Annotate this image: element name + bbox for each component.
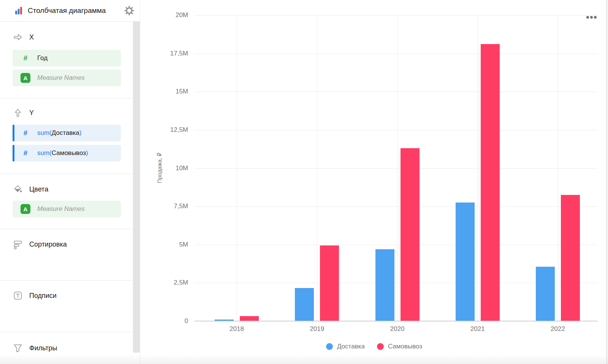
gridline-horizontal (195, 54, 598, 54)
section-labels-label: Подписи (29, 292, 57, 300)
bar-Самовывоз-2021[interactable] (481, 44, 500, 321)
text-label-icon (13, 291, 23, 301)
bar-Доставка-2022[interactable] (536, 267, 555, 321)
y-tick-label: 17,5M (140, 50, 188, 57)
section-x: X # Год A Measure Names (0, 22, 140, 98)
bar-Самовывоз-2019[interactable] (320, 245, 339, 321)
y-tick-label: 0 (140, 318, 188, 324)
legend-dot (377, 343, 384, 350)
field-chip-measure-names-colors[interactable]: A Measure Names (13, 201, 121, 217)
y-axis-title: Продажа, ₽ (156, 153, 163, 184)
chart-more-options-button[interactable] (586, 15, 597, 19)
app-window: Столбчатая диаграмма (0, 0, 608, 364)
x-axis-line (195, 321, 598, 321)
bar-Доставка-2019[interactable] (295, 288, 314, 321)
divider (0, 98, 140, 98)
legend-item-Самовывоз[interactable]: Самовывоз (377, 343, 422, 350)
divider (0, 332, 140, 332)
divider (0, 174, 140, 174)
dot-icon (586, 16, 589, 19)
bar-Самовывоз-2018[interactable] (240, 316, 259, 321)
y-tick-label: 2,5M (140, 279, 188, 286)
bar-chart-plot: 02,5M5M7,5M10M12,5M15M17,5M20M2018201920… (140, 0, 608, 364)
section-x-header: X (0, 32, 140, 42)
y-tick-label: 10M (140, 165, 188, 172)
x-tick-label: 2020 (371, 325, 424, 333)
sidebar-scrollbar[interactable] (133, 22, 140, 353)
field-chip-label: Measure Names (37, 205, 85, 213)
bar-chart-logo-icon (13, 6, 22, 16)
section-labels-header: Подписи (0, 291, 140, 301)
section-colors: Цвета A Measure Names (0, 174, 140, 229)
section-y-label: Y (29, 109, 34, 117)
y-tick-label: 7,5M (140, 203, 188, 210)
section-filters-header: Фильтры (0, 343, 140, 353)
divider (0, 280, 140, 281)
section-sorting-header: Сортировка (0, 239, 140, 249)
legend-label: Доставка (337, 343, 365, 350)
legend-dot (326, 343, 333, 350)
text-field-icon: A (21, 204, 30, 214)
number-field-icon: # (21, 54, 30, 62)
gridline-horizontal (195, 15, 598, 16)
sidebar-header: Столбчатая диаграмма (0, 0, 140, 22)
y-tick-label: 5M (140, 241, 188, 248)
bar-Самовывоз-2022[interactable] (561, 195, 580, 321)
y-tick-label: 15M (140, 88, 188, 95)
chart-config-sidebar: Столбчатая диаграмма (0, 0, 140, 364)
field-chip-sum-dostavka[interactable]: # sum(Доставка) (13, 125, 121, 141)
section-labels: Подписи (0, 280, 140, 332)
section-sorting: Сортировка (0, 229, 140, 280)
number-field-icon: # (21, 149, 30, 157)
settings-button[interactable] (124, 5, 135, 16)
gridline-horizontal (195, 168, 598, 169)
gridline-horizontal (195, 130, 598, 130)
field-chip-label: sum(Доставка) (37, 129, 81, 137)
arrow-right-icon (13, 32, 23, 42)
number-field-icon: # (21, 129, 30, 137)
gridline-horizontal (195, 92, 598, 92)
section-y-header: Y (0, 108, 140, 118)
bar-Доставка-2021[interactable] (456, 203, 475, 321)
gridline-horizontal (195, 245, 598, 245)
section-colors-header: Цвета (0, 184, 140, 194)
y-tick-label: 20M (140, 12, 188, 19)
section-y: Y # sum(Доставка) # sum(Самовывоз) (0, 98, 140, 174)
sort-icon (13, 239, 23, 249)
section-sorting-label: Сортировка (29, 241, 67, 248)
funnel-icon (13, 343, 23, 353)
field-chip-sum-samovyvoz[interactable]: # sum(Самовывоз) (13, 145, 121, 161)
bar-Самовывоз-2020[interactable] (401, 148, 420, 321)
arrow-up-icon (13, 108, 23, 118)
field-chip-god[interactable]: # Год (13, 50, 121, 66)
gear-icon (124, 6, 134, 16)
chart-legend: ДоставкаСамовывоз (140, 343, 608, 350)
section-filters-label: Фильтры (29, 344, 57, 352)
dot-icon (590, 16, 593, 19)
y-tick-label: 12,5M (140, 127, 188, 133)
legend-item-Доставка[interactable]: Доставка (326, 343, 365, 350)
section-filters: Фильтры (0, 332, 140, 364)
chart-type-title: Столбчатая диаграмма (28, 6, 124, 15)
dot-icon (594, 16, 597, 19)
x-tick-label: 2019 (290, 325, 344, 333)
field-chip-label: Measure Names (37, 74, 85, 82)
field-chip-label: Год (37, 54, 48, 62)
x-tick-label: 2022 (531, 325, 584, 333)
section-colors-label: Цвета (29, 185, 48, 193)
x-tick-label: 2021 (451, 325, 504, 333)
field-chip-label: sum(Самовывоз) (37, 149, 88, 157)
paint-bucket-icon (13, 184, 23, 194)
bar-Доставка-2020[interactable] (375, 249, 394, 321)
divider (0, 229, 140, 229)
section-x-label: X (29, 33, 34, 41)
chart-preview: 02,5M5M7,5M10M12,5M15M17,5M20M2018201920… (140, 0, 608, 364)
gridline-horizontal (195, 206, 598, 207)
field-chip-measure-names-x[interactable]: A Measure Names (13, 70, 121, 86)
x-tick-label: 2018 (210, 325, 263, 333)
legend-label: Самовывоз (388, 343, 422, 350)
window-right-edge (606, 0, 607, 364)
text-field-icon: A (21, 73, 30, 83)
